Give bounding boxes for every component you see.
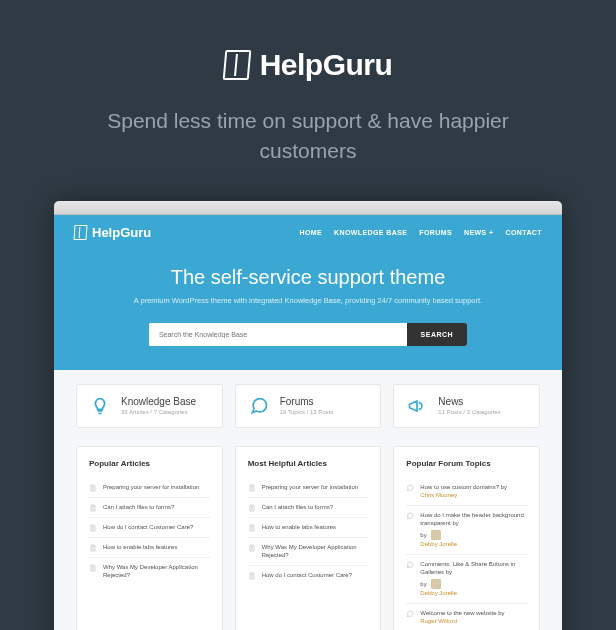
app-logo[interactable]: HelpGuru	[74, 225, 151, 240]
card-forums[interactable]: Forums 16 Topics / 13 Posts	[235, 384, 382, 428]
list-item-label: How do I contact Customer Care?	[262, 571, 369, 580]
avatar	[431, 579, 441, 589]
hero-title: The self-service support theme	[74, 266, 542, 289]
card-title: Forums	[280, 396, 334, 407]
document-icon	[89, 544, 97, 552]
list-item-label: Welcome to the new website by	[420, 609, 527, 617]
promo-tagline: Spend less time on support & have happie…	[70, 106, 546, 167]
avatar	[431, 530, 441, 540]
author-link[interactable]: Debby Jorelle	[420, 540, 527, 548]
list-item[interactable]: How to enable labs features	[89, 537, 210, 557]
list-item[interactable]: Preparing your server for installation	[248, 478, 369, 497]
chat-icon	[406, 610, 414, 618]
app-mockup: HelpGuru HOME KNOWLEDGE BASE FORUMS NEWS…	[54, 201, 562, 630]
nav-knowledge-base[interactable]: KNOWLEDGE BASE	[334, 229, 407, 236]
document-icon	[248, 484, 256, 492]
hero-subtitle: A premium WordPress theme with integrate…	[74, 296, 542, 307]
chat-icon	[406, 561, 414, 569]
list-item[interactable]: Comments, Like & Share Buttons in Galler…	[406, 554, 527, 603]
book-icon	[222, 50, 251, 80]
list-item[interactable]: Preparing your server for installation	[89, 478, 210, 497]
book-icon	[73, 225, 87, 240]
list-item-label: Preparing your server for installation	[262, 483, 369, 492]
lightbulb-icon	[89, 395, 111, 417]
list-item-label: Comments, Like & Share Buttons in Galler…	[420, 560, 527, 577]
list-item-label: How to use custom domains? by	[420, 483, 527, 491]
document-icon	[248, 572, 256, 580]
author-link[interactable]: Chris Mooney	[420, 491, 527, 499]
nav-news[interactable]: NEWS +	[464, 229, 493, 236]
card-title: News	[438, 396, 500, 407]
author-link[interactable]: Debby Jorelle	[420, 589, 527, 597]
chat-icon	[406, 512, 414, 520]
megaphone-icon	[406, 395, 428, 417]
list-item[interactable]: How do I contact Customer Care?	[248, 565, 369, 585]
nav-contact[interactable]: CONTACT	[506, 229, 543, 236]
list-item[interactable]: How to enable labs features	[248, 517, 369, 537]
document-icon	[248, 504, 256, 512]
document-icon	[89, 484, 97, 492]
list-item[interactable]: Can I attach files to forms?	[248, 497, 369, 517]
list-item[interactable]: How do I make the header background tran…	[406, 505, 527, 554]
list-item[interactable]: Can I attach files to forms?	[89, 497, 210, 517]
card-news[interactable]: News 11 Posts / 3 Categories	[393, 384, 540, 428]
col-title: Most Helpful Articles	[248, 459, 369, 468]
by-label: by	[420, 531, 426, 539]
list-item[interactable]: Welcome to the new website by Roger Wilf…	[406, 603, 527, 630]
document-icon	[248, 544, 256, 552]
card-meta: 11 Posts / 3 Categories	[438, 409, 500, 415]
list-item-label: How to enable labs features	[103, 543, 210, 552]
by-label: by	[446, 569, 452, 575]
search-bar: SEARCH	[149, 323, 467, 346]
document-icon	[89, 524, 97, 532]
author-link[interactable]: Roger Wilford	[420, 617, 527, 625]
list-item-label: Can I attach files to forms?	[103, 503, 210, 512]
document-icon	[89, 504, 97, 512]
col-popular-articles: Popular Articles Preparing your server f…	[76, 446, 223, 630]
col-title: Popular Articles	[89, 459, 210, 468]
card-meta: 33 Articles / 7 Categories	[121, 409, 196, 415]
list-item-label: Can I attach files to forms?	[262, 503, 369, 512]
by-label: by	[498, 610, 504, 616]
list-item[interactable]: How do I contact Customer Care?	[89, 517, 210, 537]
app-nav: HOME KNOWLEDGE BASE FORUMS NEWS + CONTAC…	[299, 229, 542, 236]
list-item[interactable]: Why Was My Developer Application Rejecte…	[89, 557, 210, 585]
list-item[interactable]: How to use custom domains? by Chris Moon…	[406, 478, 527, 505]
list-item-label: How do I make the header background tran…	[420, 511, 527, 528]
chat-icon	[248, 395, 270, 417]
list-item-label: Preparing your server for installation	[103, 483, 210, 492]
promo-brand-text: HelpGuru	[260, 48, 393, 82]
search-button[interactable]: SEARCH	[407, 323, 468, 346]
promo-brand: HelpGuru	[224, 48, 393, 82]
col-title: Popular Forum Topics	[406, 459, 527, 468]
card-title: Knowledge Base	[121, 396, 196, 407]
window-chrome	[54, 201, 562, 215]
by-label: by	[420, 580, 426, 588]
list-item-label: Why Was My Developer Application Rejecte…	[262, 543, 369, 560]
by-label: by	[501, 484, 507, 490]
list-item-label: How to enable labs features	[262, 523, 369, 532]
app-logo-text: HelpGuru	[92, 225, 151, 240]
card-meta: 16 Topics / 13 Posts	[280, 409, 334, 415]
col-forum-topics: Popular Forum Topics How to use custom d…	[393, 446, 540, 630]
list-item-label: How do I contact Customer Care?	[103, 523, 210, 532]
col-helpful-articles: Most Helpful Articles Preparing your ser…	[235, 446, 382, 630]
search-input[interactable]	[149, 323, 407, 346]
document-icon	[89, 564, 97, 572]
list-item[interactable]: Why Was My Developer Application Rejecte…	[248, 537, 369, 565]
nav-home[interactable]: HOME	[299, 229, 322, 236]
list-item-label: Why Was My Developer Application Rejecte…	[103, 563, 210, 580]
document-icon	[248, 524, 256, 532]
nav-forums[interactable]: FORUMS	[419, 229, 452, 236]
card-knowledge-base[interactable]: Knowledge Base 33 Articles / 7 Categorie…	[76, 384, 223, 428]
by-label: by	[452, 520, 458, 526]
chat-icon	[406, 484, 414, 492]
